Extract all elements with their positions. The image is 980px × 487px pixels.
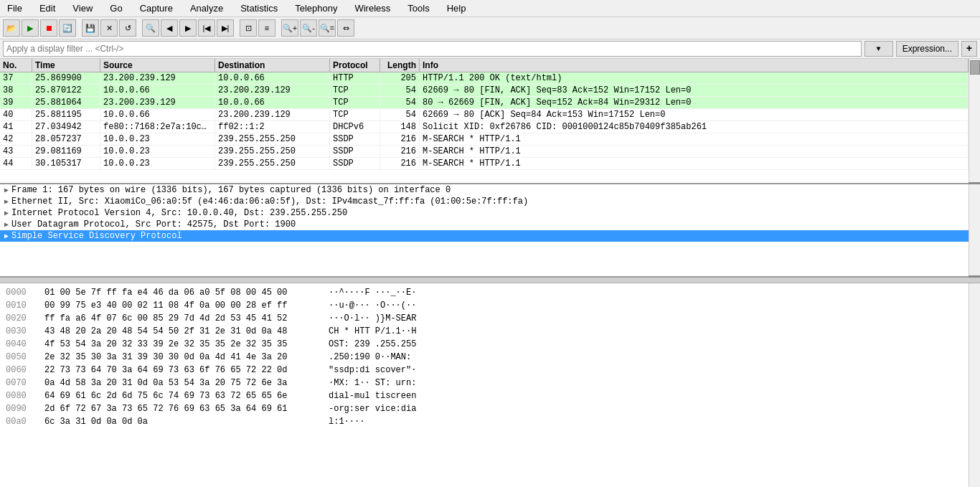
hex-offset: 0040 xyxy=(6,338,33,351)
menu-item-analyze[interactable]: Analyze xyxy=(186,1,227,15)
cell-col-time: 25.881064 xyxy=(32,97,100,108)
filter-input[interactable] xyxy=(3,41,862,57)
cell-col-no: 42 xyxy=(0,133,32,145)
table-row[interactable]: 4127.034942fe80::7168:2e7a:10c…ff02::1:2… xyxy=(0,121,969,133)
cell-col-src: fe80::7168:2e7a:10c… xyxy=(100,121,215,133)
hex-ascii: OST: 239 .255.255 xyxy=(329,338,416,351)
cell-col-info: M-SEARCH * HTTP/1.1 xyxy=(420,133,969,145)
toolbar-capture-stop-btn[interactable]: ⏹ xyxy=(40,19,57,37)
expand-icon: ▶ xyxy=(4,232,9,240)
packet-list-scrollbar[interactable] xyxy=(969,59,980,182)
hex-row: 0020ff fa a6 4f 07 6c 00 85 29 7d 4d 2d … xyxy=(6,312,963,325)
toolbar-save-btn[interactable]: 💾 xyxy=(82,19,99,37)
hex-bytes: 64 69 61 6c 2d 6d 75 6c 74 69 73 63 72 6… xyxy=(44,389,317,402)
menu-item-capture[interactable]: Capture xyxy=(136,1,177,15)
table-row[interactable]: 3925.88106423.200.239.12910.0.0.66TCP548… xyxy=(0,97,969,109)
packet-list-header: No. Time Source Destination Protocol Len… xyxy=(0,59,969,72)
hex-row: 001000 99 75 e3 40 00 02 11 08 4f 0a 00 … xyxy=(6,299,963,312)
hex-offset: 0060 xyxy=(6,364,33,377)
filterbar: ▼ Expression... + xyxy=(0,39,980,59)
packet-details-scrollbar[interactable] xyxy=(969,184,980,275)
hex-offset: 0010 xyxy=(6,299,33,312)
table-row[interactable]: 3825.87012210.0.0.6623.200.239.129TCP546… xyxy=(0,85,969,97)
filter-dropdown-btn[interactable]: ▼ xyxy=(864,41,893,57)
table-row[interactable]: 3725.86990023.200.239.12910.0.0.66HTTP20… xyxy=(0,72,969,85)
cell-col-dst: ff02::1:2 xyxy=(215,121,330,133)
cell-col-no: 39 xyxy=(0,97,32,108)
expand-icon: ▶ xyxy=(4,186,9,194)
expand-icon: ▶ xyxy=(4,197,9,206)
menu-item-telephony[interactable]: Telephony xyxy=(291,1,341,15)
toolbar-first-btn[interactable]: |◀ xyxy=(198,19,215,37)
hex-ascii: ·MX: 1·· ST: urn: xyxy=(329,377,416,389)
cell-col-info: HTTP/1.1 200 OK (text/html) xyxy=(420,72,969,84)
detail-text: Frame 1: 167 bytes on wire (1336 bits), … xyxy=(11,185,451,195)
cell-col-no: 40 xyxy=(0,109,32,120)
cell-col-src: 23.200.239.129 xyxy=(100,97,215,108)
cell-col-proto: TCP xyxy=(330,85,380,96)
menu-item-tools[interactable]: Tools xyxy=(403,1,433,15)
toolbar-capture-start-btn[interactable]: ▶ xyxy=(22,19,39,37)
cell-col-dst: 239.255.255.250 xyxy=(215,158,330,169)
hex-ascii: ··u·@··· ·O···(·· xyxy=(329,299,416,312)
cell-col-len: 54 xyxy=(380,85,420,96)
toolbar-reload-btn[interactable]: ↺ xyxy=(119,19,136,37)
menu-item-edit[interactable]: Edit xyxy=(35,1,60,15)
cell-col-len: 148 xyxy=(380,121,420,133)
cell-col-src: 10.0.0.23 xyxy=(100,133,215,145)
menu-item-wireless[interactable]: Wireless xyxy=(350,1,395,15)
menubar: FileEditViewGoCaptureAnalyzeStatisticsTe… xyxy=(0,0,980,17)
toolbar-prev-btn[interactable]: ◀ xyxy=(161,19,178,37)
detail-row[interactable]: ▶Internet Protocol Version 4, Src: 10.0.… xyxy=(0,207,969,219)
cell-col-src: 23.200.239.129 xyxy=(100,72,215,84)
toolbar-find-btn[interactable]: 🔍 xyxy=(142,19,159,37)
hex-bytes: 22 73 73 64 70 3a 64 69 73 63 6f 76 65 7… xyxy=(44,364,317,377)
hex-row: 00502e 32 35 30 3a 31 39 30 30 0d 0a 4d … xyxy=(6,351,963,364)
table-row[interactable]: 4329.08116910.0.0.23239.255.255.250SSDP2… xyxy=(0,146,969,158)
add-filter-button[interactable]: + xyxy=(961,41,977,57)
detail-row[interactable]: ▶User Datagram Protocol, Src Port: 42575… xyxy=(0,219,969,230)
table-row[interactable]: 4430.10531710.0.0.23239.255.255.250SSDP2… xyxy=(0,158,969,170)
toolbar-open-btn[interactable]: 📂 xyxy=(3,19,20,37)
detail-row[interactable]: ▶Frame 1: 167 bytes on wire (1336 bits),… xyxy=(0,184,969,196)
cell-col-dst: 239.255.255.250 xyxy=(215,133,330,145)
hex-row: 00404f 53 54 3a 20 32 33 39 2e 32 35 35 … xyxy=(6,338,963,351)
cell-col-time: 30.105317 xyxy=(32,158,100,169)
toolbar-scroll-end-btn[interactable]: ⊡ xyxy=(240,19,257,37)
col-header-length: Length xyxy=(380,59,420,72)
table-row[interactable]: 4228.05723710.0.0.23239.255.255.250SSDP2… xyxy=(0,133,969,146)
cell-col-info: 62669 → 80 [FIN, ACK] Seq=83 Ack=152 Win… xyxy=(420,85,969,96)
packet-list: No. Time Source Destination Protocol Len… xyxy=(0,59,969,184)
cell-col-no: 37 xyxy=(0,72,32,84)
menu-item-view[interactable]: View xyxy=(68,1,97,15)
cell-col-info: 62669 → 80 [ACK] Seq=84 Ack=153 Win=1715… xyxy=(420,109,969,120)
toolbar-close-btn[interactable]: ✕ xyxy=(100,19,118,37)
toolbar-zoom-reset-btn[interactable]: 🔍= xyxy=(319,19,336,37)
expression-button[interactable]: Expression... xyxy=(896,41,958,57)
col-header-info: Info xyxy=(420,59,969,72)
toolbar-zoom-out-btn[interactable]: 🔍- xyxy=(300,19,317,37)
menu-item-statistics[interactable]: Statistics xyxy=(236,1,282,15)
toolbar-next-btn[interactable]: ▶ xyxy=(179,19,197,37)
toolbar-zoom-in-btn[interactable]: 🔍+ xyxy=(281,19,298,37)
menu-item-help[interactable]: Help xyxy=(443,1,471,15)
hex-row: 000001 00 5e 7f ff fa e4 46 da 06 a0 5f … xyxy=(6,286,963,299)
toolbar-capture-restart-btn[interactable]: 🔄 xyxy=(59,19,76,37)
table-row[interactable]: 4025.88119510.0.0.6623.200.239.129TCP546… xyxy=(0,109,969,121)
hex-bytes: 2d 6f 72 67 3a 73 65 72 76 69 63 65 3a 6… xyxy=(44,402,317,415)
detail-row[interactable]: ▶Ethernet II, Src: XiaomiCo_06:a0:5f (e4… xyxy=(0,196,969,207)
toolbar-last-btn[interactable]: ▶| xyxy=(217,19,234,37)
cell-col-proto: TCP xyxy=(330,109,380,120)
hex-ascii: ··^····F ···_··E· xyxy=(329,286,416,299)
detail-text: Internet Protocol Version 4, Src: 10.0.0… xyxy=(11,208,347,218)
hex-offset: 0030 xyxy=(6,325,33,338)
cell-col-info: 80 → 62669 [FIN, ACK] Seq=152 Ack=84 Win… xyxy=(420,97,969,108)
expand-icon: ▶ xyxy=(4,220,9,229)
detail-row[interactable]: ▶Simple Service Discovery Protocol xyxy=(0,230,969,242)
hex-row: 008064 69 61 6c 2d 6d 75 6c 74 69 73 63 … xyxy=(6,389,963,402)
toolbar-resize-cols-btn[interactable]: ⇔ xyxy=(337,19,354,37)
hex-dump-scrollbar[interactable] xyxy=(969,283,980,487)
toolbar-colorize-btn[interactable]: ≡ xyxy=(258,19,275,37)
menu-item-go[interactable]: Go xyxy=(105,1,126,15)
menu-item-file[interactable]: File xyxy=(3,1,27,15)
